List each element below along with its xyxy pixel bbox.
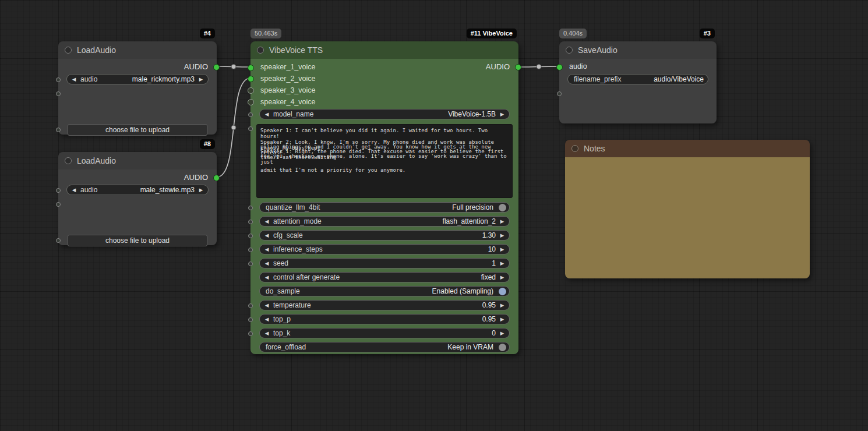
increment-arrow-icon[interactable]: ▶: [499, 218, 505, 224]
increment-arrow-icon[interactable]: ▶: [499, 316, 505, 322]
choose-file-button[interactable]: choose file to upload: [68, 124, 207, 136]
increment-arrow-icon[interactable]: ▶: [499, 260, 505, 266]
widget-temperature[interactable]: ◀ temperature 0.95 ▶: [259, 300, 510, 310]
widget-label: audio: [80, 186, 97, 194]
widget-top-k[interactable]: ◀ top_k 0 ▶: [259, 328, 510, 338]
output-label: AUDIO: [486, 62, 510, 71]
decrement-arrow-icon[interactable]: ◀: [264, 302, 270, 308]
input-socket-speaker2[interactable]: [248, 76, 254, 82]
widget-input-dot[interactable]: [248, 112, 253, 117]
increment-arrow-icon[interactable]: ▶: [198, 187, 204, 193]
decrement-arrow-icon[interactable]: ◀: [264, 232, 270, 238]
node-graph-canvas[interactable]: #4 LoadAudio AUDIO ◀ audio male_rickmort…: [0, 0, 868, 431]
widget-do-sample[interactable]: do_sample Enabled (Sampling): [259, 286, 510, 296]
widget-inference-steps[interactable]: ◀ inference_steps 10 ▶: [259, 244, 510, 255]
node-header[interactable]: Notes: [565, 140, 810, 157]
widget-input-dot[interactable]: [557, 91, 562, 96]
widget-value: Enabled (Sampling): [304, 287, 493, 295]
increment-arrow-icon[interactable]: ▶: [499, 302, 505, 308]
widget-value: 1: [292, 259, 496, 267]
increment-arrow-icon[interactable]: ▶: [198, 76, 204, 82]
node-header[interactable]: LoadAudio: [58, 152, 217, 169]
widget-value: male_rickmorty.mp3: [101, 75, 195, 83]
decrement-arrow-icon[interactable]: ◀: [264, 218, 270, 224]
output-socket-audio[interactable]: [515, 64, 521, 70]
node-title: VibeVoice TTS: [269, 45, 323, 55]
increment-arrow-icon[interactable]: ▶: [499, 246, 505, 252]
output-socket-audio[interactable]: [213, 175, 220, 181]
widget-input-dot[interactable]: [248, 303, 253, 308]
widget-input-dot[interactable]: [248, 206, 253, 210]
widget-label: top_k: [273, 329, 290, 337]
decrement-arrow-icon[interactable]: ◀: [264, 330, 270, 336]
input-socket-speaker1[interactable]: [248, 65, 254, 71]
text-line: Speaker 1: I can't believe you did it ag…: [260, 128, 509, 139]
increment-arrow-icon[interactable]: ▶: [499, 330, 505, 336]
notes-body[interactable]: [565, 157, 810, 278]
widget-input-dot[interactable]: [248, 331, 253, 336]
collapse-dot-icon[interactable]: [566, 47, 573, 54]
decrement-arrow-icon[interactable]: ◀: [71, 76, 77, 82]
widget-quantize-llm-4bit[interactable]: quantize_llm_4bit Full precision: [259, 202, 510, 213]
widget-filename-prefix[interactable]: filename_prefix audio/VibeVoice: [567, 74, 708, 84]
widget-audio-combo[interactable]: ◀ audio male_stewie.mp3 ▶: [66, 185, 209, 195]
widget-value: Keep in VRAM: [309, 343, 493, 351]
collapse-dot-icon[interactable]: [65, 157, 72, 164]
decrement-arrow-icon[interactable]: ◀: [264, 274, 270, 280]
text-prompt-widget[interactable]: Speaker 1: I can't believe you did it ag…: [256, 124, 513, 198]
widget-seed[interactable]: ◀ seed 1 ▶: [259, 258, 510, 269]
widget-value: VibeVoice-1.5B: [317, 110, 496, 118]
widget-input-dot[interactable]: [56, 91, 61, 96]
widget-control-after-generate[interactable]: ◀ control after generate fixed ▶: [259, 272, 510, 282]
output-socket-audio[interactable]: [213, 64, 220, 70]
widget-input-dot[interactable]: [248, 317, 253, 322]
widget-input-dot[interactable]: [248, 220, 253, 224]
decrement-arrow-icon[interactable]: ◀: [264, 111, 270, 117]
node-loadaudio-4[interactable]: #4 LoadAudio AUDIO ◀ audio male_rickmort…: [58, 41, 217, 135]
decrement-arrow-icon[interactable]: ◀: [264, 246, 270, 252]
widget-input-dot[interactable]: [248, 262, 253, 266]
widget-label: control after generate: [273, 273, 340, 281]
node-loadaudio-8[interactable]: #8 LoadAudio AUDIO ◀ audio male_stewie.m…: [58, 152, 217, 245]
toggle-indicator-icon[interactable]: [499, 288, 506, 295]
choose-file-button[interactable]: choose file to upload: [68, 235, 207, 246]
widget-input-dot[interactable]: [248, 248, 253, 252]
wire-loadaudio8-to-speaker2: [217, 78, 250, 177]
node-header[interactable]: LoadAudio: [58, 41, 217, 59]
node-header[interactable]: SaveAudio: [559, 41, 717, 59]
input-socket-audio[interactable]: [556, 64, 563, 70]
widget-input-dot[interactable]: [248, 234, 253, 238]
widget-attention-mode[interactable]: ◀ attention_mode flash_attention_2 ▶: [259, 216, 510, 227]
text-line: admit that I'm not a priority for you an…: [260, 167, 509, 173]
widget-cfg-scale[interactable]: ◀ cfg_scale 1.30 ▶: [259, 230, 510, 241]
collapse-dot-icon[interactable]: [65, 47, 72, 54]
collapse-dot-icon[interactable]: [571, 145, 578, 152]
increment-arrow-icon[interactable]: ▶: [499, 232, 505, 238]
node-notes[interactable]: Notes: [565, 140, 810, 278]
widget-force-offload[interactable]: force_offload Keep in VRAM: [259, 342, 510, 352]
node-header[interactable]: VibeVoice TTS: [250, 41, 518, 59]
input-socket-speaker4[interactable]: [248, 99, 254, 105]
widget-input-dot[interactable]: [248, 126, 253, 131]
increment-arrow-icon[interactable]: ▶: [499, 111, 505, 117]
widget-input-dot[interactable]: [56, 202, 61, 207]
widget-label: temperature: [273, 301, 311, 309]
widget-input-dot[interactable]: [56, 238, 61, 243]
node-saveaudio-3[interactable]: 0.404s #3 SaveAudio audio filename_prefi…: [559, 41, 717, 123]
widget-input-dot[interactable]: [56, 77, 61, 82]
widget-value: 1.30: [306, 231, 496, 239]
widget-audio-combo[interactable]: ◀ audio male_rickmorty.mp3 ▶: [66, 74, 209, 84]
widget-input-dot[interactable]: [56, 128, 61, 132]
toggle-indicator-icon[interactable]: [499, 344, 506, 351]
widget-top-p[interactable]: ◀ top_p 0.95 ▶: [259, 314, 510, 324]
collapse-dot-icon[interactable]: [257, 47, 264, 54]
decrement-arrow-icon[interactable]: ◀: [71, 187, 77, 193]
decrement-arrow-icon[interactable]: ◀: [264, 316, 270, 322]
widget-input-dot[interactable]: [56, 188, 61, 193]
node-vibevoice-tts[interactable]: 50.463s #11 VibeVoice VibeVoice TTS spea…: [250, 41, 518, 354]
increment-arrow-icon[interactable]: ▶: [499, 274, 505, 280]
toggle-indicator-icon[interactable]: [499, 204, 506, 211]
input-socket-speaker3[interactable]: [248, 87, 254, 94]
decrement-arrow-icon[interactable]: ◀: [264, 260, 270, 266]
widget-model-name[interactable]: ◀ model_name VibeVoice-1.5B ▶: [259, 109, 510, 119]
